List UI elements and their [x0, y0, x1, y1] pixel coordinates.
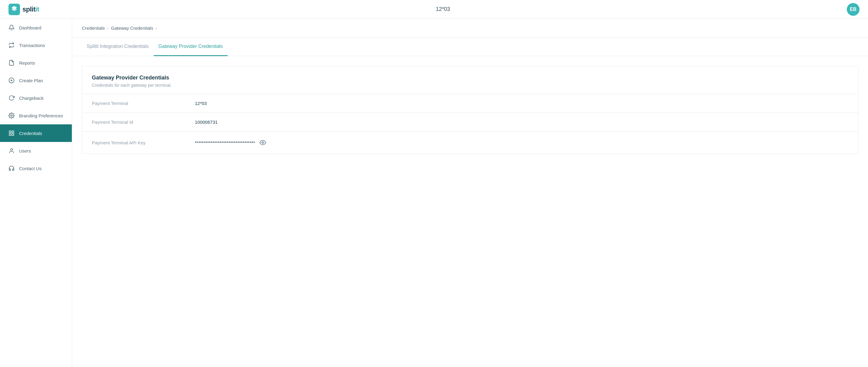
breadcrumb-credentials[interactable]: Credentials [82, 26, 105, 31]
main-content: Credentials › Gateway Credentials › Spli… [72, 19, 868, 367]
plus-circle-icon [8, 77, 15, 84]
sidebar-item-label: Credentials [19, 131, 42, 136]
sidebar-item-contact-us[interactable]: Contact Us [0, 160, 72, 177]
sidebar-item-create-plan[interactable]: Create Plan [0, 72, 72, 89]
tabs: Splitit Integration Credentials Gateway … [72, 37, 868, 56]
row-value-api-key: ********************************** [195, 138, 267, 147]
breadcrumb-chevron-1: › [107, 26, 108, 30]
sidebar-item-label: Chargeback [19, 95, 44, 101]
svg-point-4 [11, 115, 12, 116]
sidebar-item-chargeback[interactable]: Chargeback [0, 89, 72, 107]
table-row: Payment Terminal Id 100006731 [82, 113, 858, 132]
sidebar-item-credentials[interactable]: Credentials [0, 124, 72, 142]
row-label-payment-terminal-id: Payment Terminal Id [92, 119, 195, 125]
sidebar-item-users[interactable]: Users [0, 142, 72, 160]
grid-icon [8, 130, 15, 137]
card-area: Gateway Provider Credentials Credentials… [72, 56, 868, 164]
api-key-masked-value: ********************************** [195, 140, 255, 145]
sidebar-item-label: Branding Preferences [19, 113, 63, 118]
sidebar-item-transactions[interactable]: Transactions [0, 36, 72, 54]
gear-icon [8, 112, 15, 119]
svg-rect-6 [12, 131, 14, 133]
headset-icon [8, 165, 15, 172]
sidebar-item-label: Dashboard [19, 25, 41, 30]
svg-point-9 [10, 149, 13, 151]
sidebar-item-label: Contact Us [19, 166, 41, 171]
logo-text: splitit [23, 5, 39, 13]
row-label-payment-terminal: Payment Terminal [92, 101, 195, 106]
svg-point-10 [262, 142, 264, 143]
row-value-payment-terminal-id: 100006731 [195, 119, 218, 125]
sidebar-item-label: Users [19, 148, 31, 153]
sidebar-item-branding-preferences[interactable]: Branding Preferences [0, 107, 72, 124]
arrows-icon [8, 42, 15, 49]
sidebar-item-label: Create Plan [19, 78, 43, 83]
bell-icon [8, 24, 15, 31]
top-header: splitit 12*03 EB [0, 0, 868, 19]
toggle-api-key-visibility-button[interactable] [258, 138, 267, 147]
sidebar-item-label: Reports [19, 60, 35, 65]
table-row: Payment Terminal API Key ***************… [82, 132, 858, 153]
person-icon [8, 147, 15, 154]
tab-gateway-provider[interactable]: Gateway Provider Credentials [154, 37, 228, 56]
sidebar: Dashboard Transactions Reports Create Pl… [0, 19, 72, 367]
card-title: Gateway Provider Credentials [92, 75, 848, 81]
tab-splitit-integration[interactable]: Splitit Integration Credentials [82, 37, 154, 56]
table-row: Payment Terminal 12*03 [82, 94, 858, 113]
svg-rect-7 [12, 134, 14, 136]
breadcrumb-gateway-credentials: Gateway Credentials [111, 26, 153, 31]
breadcrumb: Credentials › Gateway Credentials › [72, 19, 868, 37]
breadcrumb-chevron-2: › [155, 26, 157, 30]
logo[interactable]: splitit [8, 4, 39, 15]
svg-rect-8 [9, 134, 11, 136]
main-layout: Dashboard Transactions Reports Create Pl… [0, 19, 868, 367]
logo-icon [8, 4, 20, 15]
svg-rect-5 [9, 131, 11, 133]
sidebar-item-label: Transactions [19, 43, 45, 48]
row-value-payment-terminal: 12*03 [195, 101, 207, 106]
sidebar-item-reports[interactable]: Reports [0, 54, 72, 72]
file-icon [8, 59, 15, 66]
avatar[interactable]: EB [847, 3, 860, 16]
card-header: Gateway Provider Credentials Credentials… [82, 66, 858, 94]
sidebar-item-dashboard[interactable]: Dashboard [0, 19, 72, 36]
eye-icon [259, 139, 266, 146]
row-label-api-key: Payment Terminal API Key [92, 140, 195, 145]
header-title: 12*03 [436, 6, 450, 12]
credentials-card: Gateway Provider Credentials Credentials… [82, 66, 858, 154]
refresh-icon [8, 95, 15, 101]
card-subtitle: Credentials for each gateway per termina… [92, 83, 848, 88]
